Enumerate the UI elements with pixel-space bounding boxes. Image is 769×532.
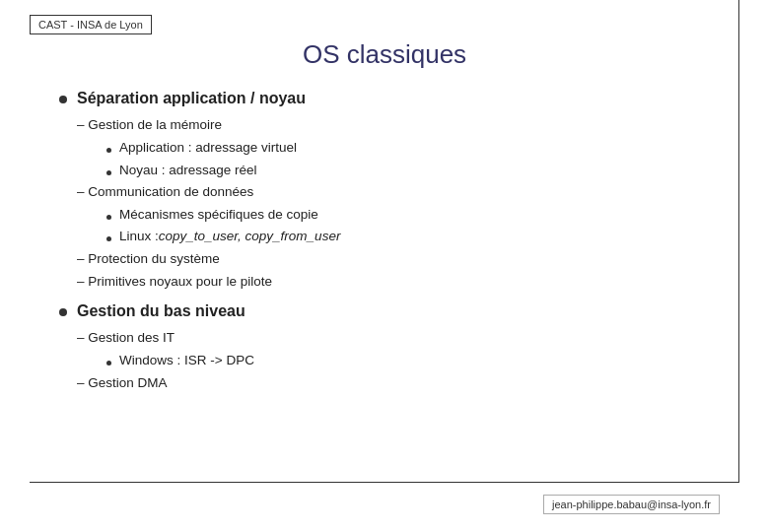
section1-item1: Gestion de la mémoire bbox=[77, 115, 720, 135]
section1-item1-sub2: Noyau : adressage réel bbox=[106, 161, 720, 180]
section1-item2-sub1: Mécanismes spécifiques de copie bbox=[106, 205, 720, 225]
section1-item2-sub2: Linux : copy_to_user, copy_from_user bbox=[106, 227, 720, 246]
dot-icon bbox=[106, 215, 111, 220]
section2-item1: Gestion des IT bbox=[77, 328, 720, 348]
linux-text-prefix: Linux : bbox=[119, 227, 159, 246]
section2-content: Gestion du bas niveau Gestion des IT Win… bbox=[77, 302, 720, 396]
section2-item1-sub1: Windows : ISR -> DPC bbox=[106, 351, 720, 370]
logo-box: CAST - INSA de Lyon bbox=[30, 15, 152, 34]
section1-item2: Communication de données bbox=[77, 182, 720, 202]
dot-icon bbox=[106, 148, 111, 153]
linux-italic-text: copy_to_user, copy_from_user bbox=[159, 227, 341, 246]
dot-icon bbox=[106, 170, 111, 175]
section1-item1-sub1: Application : adressage virtuel bbox=[106, 138, 720, 158]
section2-heading: Gestion du bas niveau bbox=[77, 302, 720, 320]
section1-bullet bbox=[59, 96, 67, 103]
section1-heading: Séparation application / noyau bbox=[77, 90, 720, 107]
section1-item4: Primitives noyaux pour le pilote bbox=[77, 272, 720, 292]
border-right bbox=[738, 0, 739, 483]
footer-email-text: jean-philippe.babau@insa-lyon.fr bbox=[552, 499, 711, 510]
content-area: Séparation application / noyau Gestion d… bbox=[0, 90, 769, 396]
border-bottom bbox=[30, 482, 739, 483]
section1-item3: Protection du système bbox=[77, 249, 720, 269]
section1-content: Séparation application / noyau Gestion d… bbox=[77, 90, 720, 295]
section2-bullet bbox=[59, 308, 67, 316]
logo-text: CAST - INSA de Lyon bbox=[38, 19, 143, 31]
dot-icon bbox=[106, 236, 111, 241]
section-gestion: Gestion du bas niveau Gestion des IT Win… bbox=[59, 302, 720, 396]
section-separation: Séparation application / noyau Gestion d… bbox=[59, 90, 720, 295]
footer-email-box: jean-philippe.babau@insa-lyon.fr bbox=[543, 495, 720, 514]
page-title: OS classiques bbox=[0, 39, 769, 70]
dot-icon bbox=[106, 361, 111, 366]
section2-item2: Gestion DMA bbox=[77, 373, 720, 393]
